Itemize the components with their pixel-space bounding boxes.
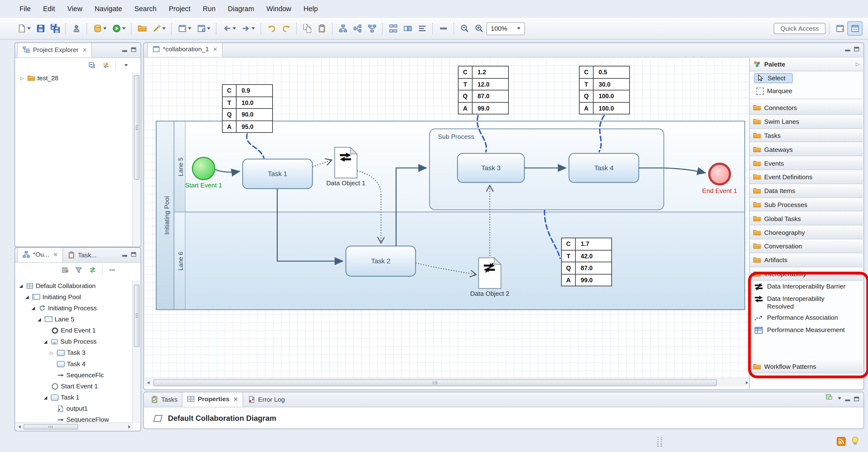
tree-item-initiating-pool[interactable]: ◢ Initiating Pool <box>16 291 133 302</box>
scrollbar-thumb[interactable] <box>134 75 139 179</box>
scrollbar-thumb[interactable] <box>24 424 78 429</box>
select-all-shapes-button[interactable] <box>401 22 415 35</box>
new-model-button[interactable] <box>194 22 213 35</box>
filter-button[interactable] <box>72 265 85 276</box>
link-selection-button[interactable] <box>87 265 99 276</box>
run-button[interactable] <box>109 22 128 35</box>
forward-button[interactable] <box>239 22 257 35</box>
open-perspective-button[interactable] <box>833 22 847 35</box>
open-resource-button[interactable] <box>135 22 149 35</box>
task3-node[interactable]: Task 3 <box>458 153 524 182</box>
tree-item-test28[interactable]: ▷ test_28 <box>16 72 133 84</box>
drawer-workflow-patterns[interactable]: Workflow Patterns <box>750 360 863 373</box>
performance-table-task3[interactable]: C1.2 T12.0 Q87.0 A99.0 <box>458 66 509 114</box>
drawer-connectors[interactable]: Connectors <box>750 101 863 115</box>
expand-arrow-icon[interactable]: ◢ <box>36 317 42 322</box>
tree-item-sequenceflow[interactable]: ▷ SequenceFlc <box>16 369 133 381</box>
external-tools-button[interactable] <box>149 22 168 35</box>
menu-window[interactable]: Window <box>260 2 298 16</box>
palette-tool-marquee[interactable]: Marquee <box>752 85 861 97</box>
copy-button[interactable] <box>300 22 314 35</box>
menu-navigate[interactable]: Navigate <box>89 2 128 16</box>
view-menu-button[interactable] <box>119 60 132 71</box>
current-perspective-button[interactable] <box>847 21 862 36</box>
collapse-all-button[interactable] <box>86 60 98 71</box>
zoom-out-button[interactable] <box>458 22 471 35</box>
paste-button[interactable] <box>315 22 329 35</box>
tree-item-output1[interactable]: ▷ output1 <box>16 403 133 414</box>
minimize-icon[interactable] <box>845 393 850 404</box>
palette-header[interactable]: Palette ▷ <box>750 58 863 71</box>
quick-access-button[interactable]: Quick Access <box>774 23 826 34</box>
scroll-right-icon[interactable] <box>125 423 133 430</box>
collapse-palette-icon[interactable]: ▷ <box>856 61 860 67</box>
close-icon[interactable]: ✕ <box>233 396 238 402</box>
tree-item-initiating-process[interactable]: ◢ Initiating Process <box>16 303 133 314</box>
tab-outline[interactable]: *Ou... ✕ <box>18 247 63 262</box>
view-menu-icon[interactable] <box>838 397 841 399</box>
minimize-icon[interactable] <box>122 44 127 54</box>
diagram-canvas[interactable]: Initiating Pool Lane 5 Lane 6 Sub Proces… <box>145 58 750 378</box>
vertical-scrollbar[interactable] <box>132 72 140 246</box>
maximize-icon[interactable] <box>854 43 859 54</box>
tip-lightbulb-icon[interactable] <box>851 436 859 449</box>
drawer-sub-processes[interactable]: Sub Processes <box>750 198 863 212</box>
drawer-interoperability[interactable]: Interoperability ∞ <box>750 267 863 281</box>
palette-tool-data-interoperability-resolved[interactable]: Data Interoperability Resolved <box>750 293 863 312</box>
overflow-button[interactable] <box>106 265 118 276</box>
feed-notification-icon[interactable] <box>837 437 846 448</box>
palette-tool-select[interactable]: Select <box>752 72 861 84</box>
tree-item-sub-process[interactable]: ◢ Sub Process <box>16 336 133 347</box>
back-button[interactable] <box>220 22 238 35</box>
palette-tool-data-interoperability-barrier[interactable]: Data Interoperability Barrier <box>750 281 863 293</box>
tree-item-task3[interactable]: ▷ Task 3 <box>16 347 133 358</box>
menu-file[interactable]: File <box>13 2 37 16</box>
expand-arrow-icon[interactable]: ◢ <box>42 395 49 400</box>
tree-item-default-collaboration[interactable]: ◢ Default Collaboration <box>16 280 133 291</box>
pin-drawer-icon[interactable]: ∞ <box>856 271 860 277</box>
scroll-left-icon[interactable] <box>145 378 152 387</box>
link-with-editor-button[interactable] <box>100 60 112 71</box>
sort-button[interactable] <box>59 265 71 276</box>
drawer-gateways[interactable]: Gateways <box>750 143 863 156</box>
drawer-choreography[interactable]: Choreography <box>750 225 863 239</box>
expand-arrow-icon[interactable]: ◢ <box>18 283 24 288</box>
menu-help[interactable]: Help <box>298 2 324 16</box>
zoom-in-button[interactable] <box>472 22 486 35</box>
tree-item-lane5[interactable]: ◢ Lane 5 <box>16 314 133 325</box>
repository-button[interactable] <box>90 22 109 35</box>
minimize-icon[interactable] <box>122 249 127 259</box>
drawer-data-items[interactable]: Data Items <box>750 184 863 198</box>
tab-tasks-view[interactable]: Task... <box>63 248 101 262</box>
drawer-conversation[interactable]: Conversation <box>750 239 863 253</box>
restore-view-icon[interactable] <box>825 393 833 404</box>
minimize-icon[interactable] <box>845 43 850 54</box>
tab-project-explorer[interactable]: Project Explorer ✕ <box>18 42 92 57</box>
tree-item-sequenceflow2[interactable]: ▷ SequenceFlow <box>16 414 133 423</box>
save-all-button[interactable] <box>48 22 62 35</box>
canvas-horizontal-scrollbar[interactable] <box>145 378 750 387</box>
expand-arrow-icon[interactable]: ▷ <box>19 76 25 81</box>
maximize-icon[interactable] <box>131 44 136 54</box>
palette-tool-performance-measurement[interactable]: Performance Measurement <box>750 324 863 337</box>
close-icon[interactable]: ✕ <box>53 251 58 257</box>
close-icon[interactable]: ✕ <box>83 47 87 53</box>
new-wizard-button[interactable] <box>14 22 33 35</box>
scrollbar-thumb[interactable] <box>153 379 717 386</box>
maximize-icon[interactable] <box>854 393 859 404</box>
user-button[interactable] <box>69 22 83 35</box>
performance-table-task4[interactable]: C0.5 T30.0 Q100.0 A100.0 <box>579 66 630 114</box>
tree-item-start-event1[interactable]: ▷ Start Event 1 <box>16 381 133 392</box>
tree-item-task1[interactable]: ◢ Task 1 <box>16 392 133 403</box>
palette-tool-performance-association[interactable]: Performance Association <box>750 312 863 325</box>
drawer-swim-lanes[interactable]: Swim Lanes <box>750 115 863 129</box>
drawer-events[interactable]: Events <box>750 156 863 170</box>
menu-run[interactable]: Run <box>196 2 222 16</box>
align-button[interactable] <box>415 22 429 35</box>
drawer-artifacts[interactable]: Artifacts <box>750 253 863 267</box>
zoom-level-combo[interactable]: 100% <box>487 22 525 35</box>
redo-button[interactable] <box>279 22 293 35</box>
scroll-left-icon[interactable] <box>16 423 23 430</box>
scrollbar-thumb[interactable] <box>134 284 139 347</box>
menu-view[interactable]: View <box>61 2 89 16</box>
